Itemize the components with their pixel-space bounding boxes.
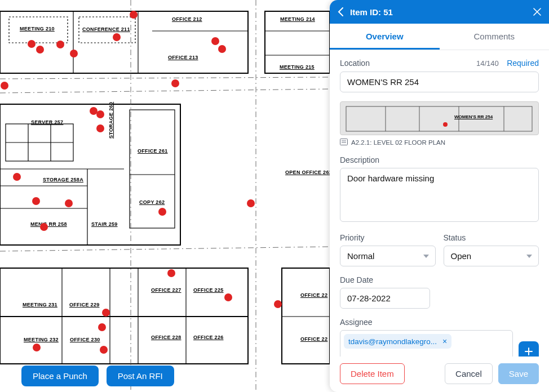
location-thumbnail[interactable]: WOMEN'S RR 254 (340, 101, 539, 135)
assignee-chip-label: tdavis@raymondlakegro... (348, 337, 437, 346)
chevron-left-icon (338, 7, 343, 16)
punch-pin[interactable] (211, 37, 219, 45)
svg-line-29 (0, 247, 330, 251)
cancel-button[interactable]: Cancel (445, 363, 493, 384)
punch-pin[interactable] (158, 208, 166, 216)
svg-line-30 (0, 77, 330, 79)
add-assignee-button[interactable] (519, 341, 539, 357)
room-label: OFFICE 261 (138, 148, 168, 154)
punch-pin[interactable] (167, 269, 175, 277)
panel-footer: Delete Item Cancel Save (330, 357, 549, 392)
punch-pin[interactable] (113, 33, 121, 41)
punch-pin[interactable] (1, 82, 8, 90)
sheet-icon (340, 139, 348, 146)
punch-pin[interactable] (33, 344, 41, 351)
room-label: OFFICE 212 (172, 16, 202, 22)
thumbnail-caption: A2.2.1: LEVEL 02 FLOOR PLAN (351, 139, 445, 146)
location-label: Location (340, 59, 370, 68)
room-label: MEETING 214 (280, 16, 315, 22)
section-due-date: Due Date (340, 275, 539, 309)
due-date-input[interactable] (340, 288, 430, 309)
punch-pin[interactable] (96, 110, 104, 118)
room-label: OFFICE 228 (151, 335, 181, 340)
svg-rect-18 (130, 110, 175, 228)
svg-line-28 (0, 89, 330, 93)
floor-plan-canvas[interactable]: Place a Punch Post An RFI MEETING 210CON… (0, 0, 330, 392)
punch-pin[interactable] (247, 199, 255, 207)
punch-pin[interactable] (70, 50, 78, 57)
room-label: OFFICE 230 (70, 337, 100, 342)
svg-rect-0 (0, 11, 248, 73)
room-label: MEETING 231 (23, 302, 57, 308)
punch-pin[interactable] (102, 309, 110, 317)
form-body: Location 14/140 Required WOMEN'S RR 254 (330, 50, 549, 357)
assignee-chip: tdavis@raymondlakegro... × (344, 334, 451, 349)
close-button[interactable] (533, 8, 541, 16)
punch-pin[interactable] (96, 124, 104, 132)
punch-pin[interactable] (13, 173, 21, 181)
punch-pin[interactable] (98, 323, 106, 331)
place-punch-button[interactable]: Place a Punch (21, 366, 99, 386)
punch-pin[interactable] (36, 46, 44, 54)
punch-pin[interactable] (65, 199, 73, 207)
room-label: OFFICE 229 (69, 302, 100, 308)
room-label: STORAGE 258A (43, 177, 83, 182)
location-input[interactable] (340, 72, 539, 92)
room-label: COPY 262 (139, 199, 165, 205)
room-label: MEETING 215 (280, 64, 315, 70)
room-label: OFFICE 22 (300, 292, 327, 298)
svg-rect-26 (282, 268, 330, 364)
punch-pin[interactable] (40, 223, 48, 231)
svg-rect-38 (340, 139, 348, 145)
section-status: Status Open (444, 233, 539, 266)
panel-title: Item ID: 51 (350, 7, 533, 17)
post-rfi-button[interactable]: Post An RFI (107, 366, 174, 386)
room-label: OPEN OFFICE 263 (285, 170, 330, 175)
plus-icon (524, 347, 533, 356)
punch-pin[interactable] (56, 41, 64, 48)
punch-pin[interactable] (274, 300, 282, 308)
section-assignee: Assignee tdavis@raymondlakegro... × (340, 318, 539, 357)
tab-comments[interactable]: Comments (440, 24, 550, 50)
svg-rect-33 (346, 106, 532, 131)
floorplan-linework (0, 0, 330, 392)
section-priority: Priority Normal (340, 233, 436, 266)
thumb-pin (443, 122, 448, 127)
delete-item-button[interactable]: Delete Item (340, 363, 405, 384)
section-thumbnail: WOMEN'S RR 254 A2.2.1: LEVEL 02 FLOOR PL… (340, 101, 539, 146)
punch-pin[interactable] (32, 197, 40, 205)
section-description: Description (340, 155, 539, 224)
status-select[interactable]: Open (444, 246, 539, 266)
room-label: OFFICE 22 (300, 336, 327, 342)
room-label: MEN'S RR 258 (30, 221, 67, 227)
close-icon (533, 8, 541, 16)
tab-overview[interactable]: Overview (330, 24, 440, 50)
assignee-input[interactable]: tdavis@raymondlakegro... × (340, 330, 513, 357)
action-bar: Place a Punch Post An RFI (21, 366, 174, 386)
priority-label: Priority (340, 233, 436, 242)
panel-header: Item ID: 51 (330, 0, 549, 24)
section-location: Location 14/140 Required (340, 58, 539, 92)
due-date-label: Due Date (340, 275, 539, 284)
assignee-label: Assignee (340, 318, 539, 327)
assignee-chip-remove[interactable]: × (442, 337, 447, 346)
room-label: CONFERENCE 211 (82, 26, 130, 32)
room-label: SERVER 257 (31, 119, 63, 125)
punch-pin[interactable] (171, 79, 179, 87)
punch-pin[interactable] (28, 40, 36, 48)
room-label: MEETING 210 (20, 26, 55, 32)
location-required: Required (507, 59, 539, 68)
punch-pin[interactable] (224, 293, 232, 301)
punch-pin[interactable] (130, 11, 138, 19)
description-label: Description (340, 155, 539, 164)
punch-pin[interactable] (100, 346, 108, 354)
tabs: Overview Comments (330, 24, 549, 50)
thumb-room-label: WOMEN'S RR 254 (454, 114, 493, 119)
punch-pin[interactable] (218, 45, 226, 53)
room-label: MEETING 232 (24, 337, 59, 342)
save-button[interactable]: Save (498, 363, 539, 384)
back-button[interactable] (338, 7, 343, 16)
description-input[interactable] (340, 168, 539, 222)
status-label: Status (444, 233, 539, 242)
priority-select[interactable]: Normal (340, 246, 436, 266)
